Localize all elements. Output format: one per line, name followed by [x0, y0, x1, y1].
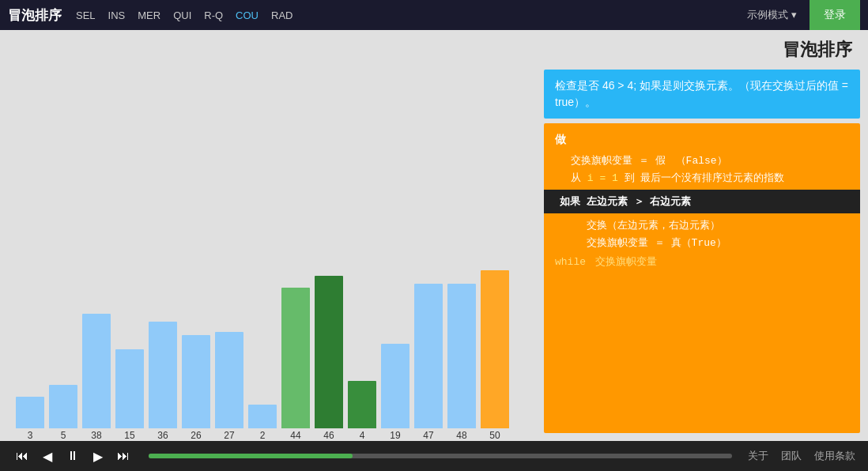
bar: [315, 276, 343, 428]
bar: [82, 314, 111, 428]
code-line-4: 交换（左边元素，右边元素）: [555, 217, 849, 234]
bar-group: 47: [414, 284, 443, 441]
bar-label: 4: [360, 430, 365, 441]
line2-prefix: 从: [571, 172, 581, 184]
bar-label: 2: [260, 430, 266, 441]
nav-cou[interactable]: COU: [236, 9, 259, 21]
bar-group: 2: [248, 405, 277, 441]
nav-rq[interactable]: R-Q: [204, 9, 223, 21]
bar: [447, 284, 476, 428]
bar: [248, 405, 277, 428]
pause-button[interactable]: ⏸: [63, 449, 82, 463]
main-area: 35381536262724446419474850 冒泡排序 检查是否 46 …: [0, 30, 868, 441]
bar-group: 46: [315, 276, 343, 441]
bar-label: 27: [224, 430, 234, 441]
bar-label: 15: [124, 430, 134, 441]
bar-group: 48: [447, 284, 476, 441]
while-keyword: while: [555, 256, 586, 268]
bar-group: 15: [115, 349, 144, 441]
line2-highlight: i = 1: [587, 172, 618, 184]
bar: [215, 332, 243, 428]
bar-label: 36: [157, 430, 168, 441]
footer: ⏮ ◀ ⏸ ▶ ⏭ 关于 团队 使用条款: [0, 441, 868, 471]
info-box: 检查是否 46 > 4; 如果是则交换元素。（现在交换过后的值 = true）。: [544, 70, 860, 119]
bar-group: 5: [49, 385, 77, 441]
bar-label: 26: [191, 430, 201, 441]
while-line: while 交换旗帜变量: [555, 254, 849, 269]
bar-group: 44: [281, 288, 310, 441]
nav-rad[interactable]: RAD: [271, 9, 292, 21]
app-title: 冒泡排序: [8, 6, 62, 24]
bar: [16, 397, 44, 428]
nav-qui[interactable]: QUI: [173, 9, 191, 21]
bar: [149, 322, 177, 428]
line2-suffix: 到 最后一个没有排序过元素的指数: [625, 172, 785, 184]
nav-mer[interactable]: MER: [138, 9, 160, 21]
bar-label: 3: [28, 430, 33, 441]
code-line-1: 交换旗帜变量 ＝ 假 （False）: [555, 152, 849, 169]
footer-about[interactable]: 关于: [748, 449, 768, 463]
bar-label: 44: [290, 430, 300, 441]
demo-mode-button[interactable]: 示例模式 ▾: [747, 8, 797, 22]
bar-group: 38: [82, 314, 111, 441]
progress-bar-container[interactable]: [149, 454, 732, 458]
footer-links: 关于 团队 使用条款: [748, 449, 855, 463]
bar: [348, 381, 376, 428]
info-text: 检查是否 46 > 4; 如果是则交换元素。（现在交换过后的值 = true）。: [555, 79, 848, 108]
chart-area: 35381536262724446419474850: [0, 30, 536, 441]
bar-label: 50: [489, 430, 500, 441]
progress-bar-fill: [149, 454, 353, 458]
footer-terms[interactable]: 使用条款: [814, 449, 855, 463]
bar-label: 48: [456, 430, 466, 441]
prev-button[interactable]: ◀: [40, 449, 55, 464]
bar-label: 47: [423, 430, 433, 441]
footer-team[interactable]: 团队: [781, 449, 802, 463]
bar-group: 19: [381, 344, 409, 441]
bar: [115, 349, 144, 428]
nav-bar: SEL INS MER QUI R-Q COU RAD: [76, 9, 292, 21]
bar-group: 4: [348, 381, 376, 441]
bar-group: 3: [16, 397, 44, 441]
while-text: 交换旗帜变量: [595, 256, 657, 268]
skip-back-button[interactable]: ⏮: [13, 449, 32, 463]
nav-sel[interactable]: SEL: [76, 9, 96, 21]
bar: [281, 288, 310, 428]
code-line-3: 如果 左边元素 ＞ 右边元素: [544, 190, 860, 213]
bar-label: 5: [61, 430, 66, 441]
bar-label: 19: [390, 430, 400, 441]
bar: [49, 385, 77, 428]
bar-group: 26: [182, 335, 210, 441]
bar: [414, 284, 443, 428]
bar-group: 36: [149, 322, 177, 441]
skip-forward-button[interactable]: ⏭: [114, 449, 133, 463]
bar: [381, 344, 409, 428]
code-box: 做 交换旗帜变量 ＝ 假 （False） 从 i = 1 到 最后一个没有排序过…: [544, 123, 860, 433]
code-line-2: 从 i = 1 到 最后一个没有排序过元素的指数: [555, 169, 849, 187]
bar: [182, 335, 210, 428]
right-panel: 冒泡排序 检查是否 46 > 4; 如果是则交换元素。（现在交换过后的值 = t…: [536, 30, 868, 441]
bars-container: 35381536262724446419474850: [16, 38, 520, 441]
code-line-5: 交换旗帜变量 ＝ 真（True）: [555, 234, 849, 251]
next-button[interactable]: ▶: [90, 449, 106, 464]
bar: [481, 270, 509, 428]
bar-label: 46: [323, 430, 334, 441]
do-label: 做: [555, 131, 849, 149]
nav-ins[interactable]: INS: [108, 9, 126, 21]
bar-group: 50: [481, 270, 509, 441]
header: 冒泡排序 SEL INS MER QUI R-Q COU RAD 示例模式 ▾ …: [0, 0, 868, 30]
bar-group: 27: [215, 332, 243, 441]
chart-title: 冒泡排序: [544, 38, 860, 65]
bar-label: 38: [91, 430, 101, 441]
login-button[interactable]: 登录: [810, 0, 860, 30]
